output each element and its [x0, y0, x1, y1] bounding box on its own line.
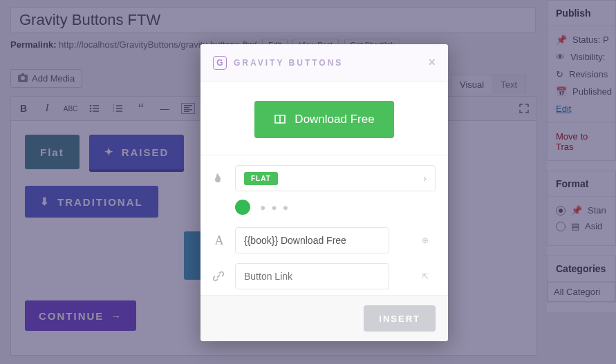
book-icon — [274, 114, 286, 125]
font-icon: A — [213, 233, 225, 248]
modal-footer: INSERT — [200, 295, 448, 341]
external-link-icon[interactable]: ⇱ — [422, 271, 429, 281]
chevron-right-icon: › — [423, 173, 427, 184]
more-colors-icon[interactable]: ● ● ● — [260, 202, 290, 213]
link-row: ⇱ — [213, 263, 436, 289]
preview-button-label: Download Free — [295, 113, 374, 126]
style-row: FLAT › — [213, 165, 436, 191]
button-preview-area: Download Free — [200, 82, 448, 155]
insert-button[interactable]: INSERT — [364, 305, 436, 332]
style-badge: FLAT — [244, 172, 278, 185]
brand-logo-icon: G — [213, 56, 227, 70]
brand: G GRAVITY BUTTONS — [213, 56, 343, 70]
text-row: A ⊕ — [213, 227, 436, 253]
button-text-input[interactable] — [235, 227, 389, 253]
button-link-input[interactable] — [235, 263, 389, 289]
preview-button: Download Free — [254, 101, 393, 138]
style-selector[interactable]: FLAT › — [235, 165, 436, 191]
insert-variable-icon[interactable]: ⊕ — [422, 236, 429, 245]
flame-icon — [213, 173, 225, 184]
close-icon[interactable]: × — [428, 55, 436, 70]
modal-header: G GRAVITY BUTTONS × — [200, 44, 448, 82]
gravity-buttons-modal: G GRAVITY BUTTONS × Download Free FLAT ›… — [200, 44, 448, 341]
color-row: ● ● ● — [213, 200, 436, 215]
brand-text: GRAVITY BUTTONS — [234, 58, 343, 68]
color-swatch[interactable] — [235, 200, 250, 215]
link-icon — [213, 271, 225, 282]
